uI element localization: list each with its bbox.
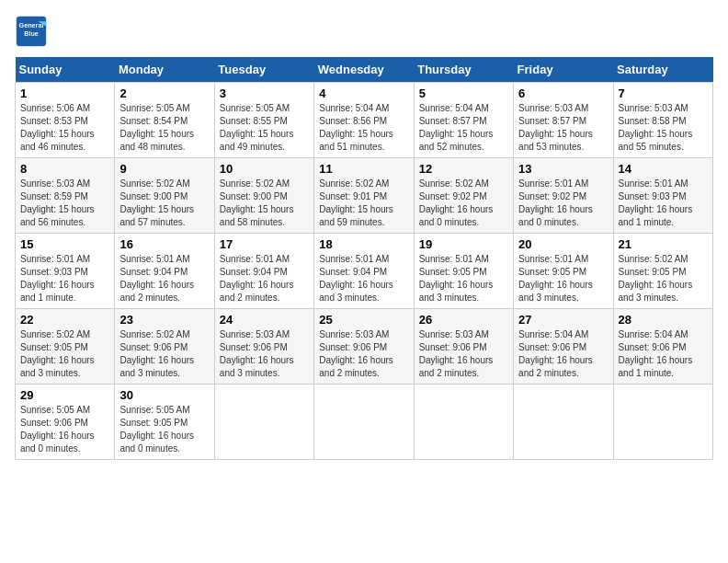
- table-row: [514, 385, 613, 460]
- day-number: 16: [119, 237, 209, 251]
- day-info: Sunrise: 5:02 AM Sunset: 9:05 PM Dayligh…: [619, 253, 708, 304]
- day-info: Sunrise: 5:04 AM Sunset: 9:06 PM Dayligh…: [518, 328, 608, 380]
- day-info: Sunrise: 5:03 AM Sunset: 8:58 PM Dayligh…: [619, 102, 708, 154]
- col-tuesday: Tuesday: [214, 57, 313, 83]
- day-info: Sunrise: 5:01 AM Sunset: 9:04 PM Dayligh…: [319, 253, 408, 304]
- day-info: Sunrise: 5:01 AM Sunset: 9:03 PM Dayligh…: [619, 178, 708, 229]
- svg-text:General: General: [19, 21, 44, 29]
- day-number: 4: [319, 86, 408, 100]
- table-row: 17Sunrise: 5:01 AM Sunset: 9:04 PM Dayli…: [214, 234, 313, 309]
- svg-text:Blue: Blue: [24, 29, 39, 38]
- calendar-week-row: 29Sunrise: 5:05 AM Sunset: 9:06 PM Dayli…: [16, 385, 713, 460]
- table-row: 27Sunrise: 5:04 AM Sunset: 9:06 PM Dayli…: [514, 309, 613, 385]
- col-thursday: Thursday: [414, 57, 513, 83]
- col-friday: Friday: [514, 57, 613, 83]
- day-info: Sunrise: 5:03 AM Sunset: 9:06 PM Dayligh…: [419, 328, 508, 380]
- day-number: 8: [20, 162, 109, 176]
- calendar-week-row: 8Sunrise: 5:03 AM Sunset: 8:59 PM Daylig…: [16, 158, 713, 234]
- day-number: 27: [518, 313, 608, 327]
- table-row: 8Sunrise: 5:03 AM Sunset: 8:59 PM Daylig…: [16, 158, 115, 234]
- table-row: [214, 385, 313, 460]
- day-number: 25: [319, 313, 408, 327]
- table-row: 13Sunrise: 5:01 AM Sunset: 9:02 PM Dayli…: [514, 158, 613, 234]
- day-info: Sunrise: 5:02 AM Sunset: 9:00 PM Dayligh…: [220, 178, 309, 229]
- day-number: 20: [518, 237, 608, 251]
- day-number: 15: [20, 237, 109, 251]
- table-row: 30Sunrise: 5:05 AM Sunset: 9:05 PM Dayli…: [115, 385, 214, 460]
- logo-icon: General Blue: [15, 15, 48, 48]
- day-number: 7: [619, 86, 708, 100]
- table-row: 25Sunrise: 5:03 AM Sunset: 9:06 PM Dayli…: [314, 309, 414, 385]
- table-row: [414, 385, 513, 460]
- table-row: 4Sunrise: 5:04 AM Sunset: 8:56 PM Daylig…: [314, 83, 414, 158]
- day-info: Sunrise: 5:05 AM Sunset: 9:06 PM Dayligh…: [20, 404, 109, 455]
- table-row: 6Sunrise: 5:03 AM Sunset: 8:57 PM Daylig…: [514, 83, 613, 158]
- table-row: 16Sunrise: 5:01 AM Sunset: 9:04 PM Dayli…: [115, 234, 214, 309]
- table-row: 2Sunrise: 5:05 AM Sunset: 8:54 PM Daylig…: [115, 83, 214, 158]
- calendar-week-row: 22Sunrise: 5:02 AM Sunset: 9:05 PM Dayli…: [16, 309, 713, 385]
- table-row: 24Sunrise: 5:03 AM Sunset: 9:06 PM Dayli…: [214, 309, 313, 385]
- day-info: Sunrise: 5:04 AM Sunset: 8:56 PM Dayligh…: [319, 102, 408, 154]
- day-number: 14: [619, 162, 708, 176]
- day-info: Sunrise: 5:03 AM Sunset: 8:57 PM Dayligh…: [518, 102, 608, 154]
- day-info: Sunrise: 5:05 AM Sunset: 9:05 PM Dayligh…: [119, 404, 209, 455]
- table-row: 23Sunrise: 5:02 AM Sunset: 9:06 PM Dayli…: [115, 309, 214, 385]
- day-info: Sunrise: 5:01 AM Sunset: 9:03 PM Dayligh…: [20, 253, 109, 304]
- day-info: Sunrise: 5:01 AM Sunset: 9:04 PM Dayligh…: [220, 253, 309, 304]
- table-row: 22Sunrise: 5:02 AM Sunset: 9:05 PM Dayli…: [16, 309, 115, 385]
- calendar-header-row: Sunday Monday Tuesday Wednesday Thursday…: [16, 57, 713, 83]
- day-info: Sunrise: 5:01 AM Sunset: 9:04 PM Dayligh…: [119, 253, 209, 304]
- table-row: 29Sunrise: 5:05 AM Sunset: 9:06 PM Dayli…: [16, 385, 115, 460]
- table-row: 18Sunrise: 5:01 AM Sunset: 9:04 PM Dayli…: [314, 234, 414, 309]
- table-row: 11Sunrise: 5:02 AM Sunset: 9:01 PM Dayli…: [314, 158, 414, 234]
- table-row: 20Sunrise: 5:01 AM Sunset: 9:05 PM Dayli…: [514, 234, 613, 309]
- day-number: 30: [119, 388, 209, 402]
- col-monday: Monday: [115, 57, 214, 83]
- table-row: 5Sunrise: 5:04 AM Sunset: 8:57 PM Daylig…: [414, 83, 513, 158]
- day-number: 13: [518, 162, 608, 176]
- day-info: Sunrise: 5:06 AM Sunset: 8:53 PM Dayligh…: [20, 102, 109, 154]
- day-info: Sunrise: 5:02 AM Sunset: 9:00 PM Dayligh…: [119, 178, 209, 229]
- day-number: 19: [419, 237, 508, 251]
- day-number: 3: [220, 86, 309, 100]
- day-number: 29: [20, 388, 109, 402]
- table-row: 9Sunrise: 5:02 AM Sunset: 9:00 PM Daylig…: [115, 158, 214, 234]
- table-row: 10Sunrise: 5:02 AM Sunset: 9:00 PM Dayli…: [214, 158, 313, 234]
- table-row: 19Sunrise: 5:01 AM Sunset: 9:05 PM Dayli…: [414, 234, 513, 309]
- day-number: 21: [619, 237, 708, 251]
- day-number: 18: [319, 237, 408, 251]
- day-number: 10: [220, 162, 309, 176]
- day-number: 11: [319, 162, 408, 176]
- day-info: Sunrise: 5:03 AM Sunset: 9:06 PM Dayligh…: [220, 328, 309, 380]
- calendar-week-row: 1Sunrise: 5:06 AM Sunset: 8:53 PM Daylig…: [16, 83, 713, 158]
- table-row: 28Sunrise: 5:04 AM Sunset: 9:06 PM Dayli…: [613, 309, 712, 385]
- table-row: 15Sunrise: 5:01 AM Sunset: 9:03 PM Dayli…: [16, 234, 115, 309]
- day-number: 24: [220, 313, 309, 327]
- day-info: Sunrise: 5:01 AM Sunset: 9:05 PM Dayligh…: [419, 253, 508, 304]
- table-row: 26Sunrise: 5:03 AM Sunset: 9:06 PM Dayli…: [414, 309, 513, 385]
- day-number: 17: [220, 237, 309, 251]
- col-wednesday: Wednesday: [314, 57, 414, 83]
- table-row: 21Sunrise: 5:02 AM Sunset: 9:05 PM Dayli…: [613, 234, 712, 309]
- day-number: 6: [518, 86, 608, 100]
- day-info: Sunrise: 5:05 AM Sunset: 8:54 PM Dayligh…: [119, 102, 209, 154]
- day-info: Sunrise: 5:03 AM Sunset: 8:59 PM Dayligh…: [20, 178, 109, 229]
- day-info: Sunrise: 5:01 AM Sunset: 9:05 PM Dayligh…: [518, 253, 608, 304]
- table-row: 1Sunrise: 5:06 AM Sunset: 8:53 PM Daylig…: [16, 83, 115, 158]
- col-saturday: Saturday: [613, 57, 712, 83]
- day-info: Sunrise: 5:03 AM Sunset: 9:06 PM Dayligh…: [319, 328, 408, 380]
- day-info: Sunrise: 5:02 AM Sunset: 9:01 PM Dayligh…: [319, 178, 408, 229]
- day-number: 22: [20, 313, 109, 327]
- calendar-table: Sunday Monday Tuesday Wednesday Thursday…: [15, 57, 713, 460]
- day-info: Sunrise: 5:01 AM Sunset: 9:02 PM Dayligh…: [518, 178, 608, 229]
- table-row: [314, 385, 414, 460]
- page-header: General Blue: [15, 15, 713, 48]
- table-row: 12Sunrise: 5:02 AM Sunset: 9:02 PM Dayli…: [414, 158, 513, 234]
- day-number: 2: [119, 86, 209, 100]
- day-info: Sunrise: 5:02 AM Sunset: 9:06 PM Dayligh…: [119, 328, 209, 380]
- day-info: Sunrise: 5:04 AM Sunset: 9:06 PM Dayligh…: [619, 328, 708, 380]
- day-info: Sunrise: 5:02 AM Sunset: 9:02 PM Dayligh…: [419, 178, 508, 229]
- day-number: 1: [20, 86, 109, 100]
- table-row: 3Sunrise: 5:05 AM Sunset: 8:55 PM Daylig…: [214, 83, 313, 158]
- day-number: 26: [419, 313, 508, 327]
